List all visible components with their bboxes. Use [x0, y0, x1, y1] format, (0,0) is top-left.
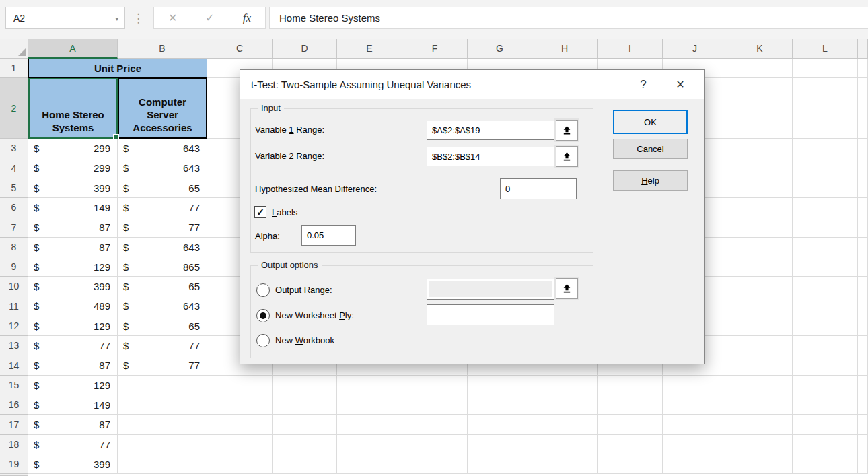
cell-b3[interactable]: $643 [118, 139, 207, 158]
cell-b5[interactable]: $65 [118, 178, 207, 198]
cell-a16[interactable]: $149 [28, 395, 118, 415]
cell[interactable] [793, 277, 858, 296]
cell-a2-header-selected[interactable]: Home Stereo Systems [28, 78, 118, 139]
cell[interactable] [207, 454, 273, 474]
cell[interactable] [727, 355, 793, 376]
column-header-i[interactable]: I [598, 39, 663, 59]
cell[interactable] [793, 217, 858, 238]
column-header-e[interactable]: E [337, 39, 402, 59]
row-header-11[interactable]: 11 [0, 296, 28, 316]
variable1-range-picker-button[interactable] [556, 120, 578, 141]
cell[interactable] [793, 238, 858, 257]
cell-a9[interactable]: $129 [28, 257, 118, 277]
column-header-d[interactable]: D [273, 39, 337, 59]
row-header-17[interactable]: 17 [0, 415, 28, 435]
cell-a18[interactable]: $77 [28, 435, 118, 454]
cell-a17[interactable]: $87 [28, 415, 118, 435]
cell[interactable] [858, 316, 868, 336]
cell[interactable] [858, 277, 868, 296]
cell-a13[interactable]: $77 [28, 336, 118, 355]
column-header-b[interactable]: B [118, 39, 207, 59]
cell[interactable] [118, 454, 207, 474]
merged-cell-unit-price[interactable]: Unit Price [28, 59, 207, 78]
cell[interactable] [727, 296, 793, 316]
cell[interactable] [663, 435, 727, 454]
cell[interactable] [858, 158, 868, 178]
row-header-2[interactable]: 2 [0, 78, 28, 139]
cell-b11[interactable]: $643 [118, 296, 207, 316]
cell[interactable] [598, 376, 663, 395]
cell[interactable] [663, 415, 727, 435]
cell[interactable] [468, 376, 532, 395]
alpha-input[interactable]: 0.05 [301, 225, 356, 246]
cell[interactable] [858, 395, 868, 415]
cell[interactable] [793, 435, 858, 454]
output-range-radio[interactable] [256, 283, 270, 297]
cell[interactable] [727, 435, 793, 454]
cell[interactable] [727, 415, 793, 435]
cell[interactable] [532, 376, 598, 395]
cell[interactable] [598, 454, 663, 474]
cell[interactable] [858, 336, 868, 355]
cell[interactable] [793, 454, 858, 474]
cell[interactable] [532, 435, 598, 454]
cancel-button[interactable]: Cancel [613, 139, 688, 159]
cell[interactable] [468, 415, 532, 435]
cell-b4[interactable]: $643 [118, 158, 207, 178]
cell[interactable] [532, 415, 598, 435]
cell-b14[interactable]: $77 [118, 355, 207, 376]
row-header-15[interactable]: 15 [0, 376, 28, 395]
cell[interactable] [207, 376, 273, 395]
row-header-3[interactable]: 3 [0, 139, 28, 158]
cell[interactable] [468, 435, 532, 454]
cell-b13[interactable]: $77 [118, 336, 207, 355]
cell-a8[interactable]: $87 [28, 238, 118, 257]
column-header-h[interactable]: H [532, 39, 598, 59]
help-button[interactable]: Help [613, 170, 688, 191]
new-worksheet-radio[interactable] [256, 309, 270, 322]
cell[interactable] [727, 336, 793, 355]
cell-a12[interactable]: $129 [28, 316, 118, 336]
cell[interactable] [402, 454, 468, 474]
cell[interactable] [402, 376, 468, 395]
hypothesized-mean-input[interactable]: 0 [500, 178, 577, 199]
cell[interactable] [858, 198, 868, 217]
cell[interactable] [727, 238, 793, 257]
variable2-range-input[interactable]: $B$2:$B$14 [427, 147, 554, 166]
column-header-l[interactable]: L [793, 39, 858, 59]
cell[interactable] [727, 139, 793, 158]
row-header-19[interactable]: 19 [0, 454, 28, 474]
variable2-range-picker-button[interactable] [556, 146, 578, 167]
cell[interactable] [598, 435, 663, 454]
cell[interactable] [858, 217, 868, 238]
column-header-a[interactable]: A [28, 39, 118, 59]
cell[interactable] [532, 395, 598, 415]
cell-a3[interactable]: $299 [28, 139, 118, 158]
cell[interactable] [793, 355, 858, 376]
row-header-18[interactable]: 18 [0, 435, 28, 454]
cell[interactable] [727, 217, 793, 238]
cell[interactable] [727, 376, 793, 395]
row-header-9[interactable]: 9 [0, 257, 28, 277]
cell[interactable] [727, 277, 793, 296]
row-header-10[interactable]: 10 [0, 277, 28, 296]
cell[interactable] [793, 257, 858, 277]
cell[interactable] [793, 59, 858, 78]
cell[interactable] [663, 376, 727, 395]
column-header-j[interactable]: J [663, 39, 727, 59]
cell[interactable] [727, 158, 793, 178]
row-header-14[interactable]: 14 [0, 355, 28, 376]
cell-a10[interactable]: $399 [28, 277, 118, 296]
cell[interactable] [727, 78, 793, 139]
cell[interactable] [858, 78, 868, 139]
cell[interactable] [337, 376, 402, 395]
cell[interactable] [858, 296, 868, 316]
cell[interactable] [468, 395, 532, 415]
cell[interactable] [273, 415, 337, 435]
cell[interactable] [858, 415, 868, 435]
cell[interactable] [207, 415, 273, 435]
cell-b9[interactable]: $865 [118, 257, 207, 277]
cell[interactable] [118, 435, 207, 454]
row-header-1[interactable]: 1 [0, 59, 28, 78]
cell[interactable] [858, 59, 868, 78]
